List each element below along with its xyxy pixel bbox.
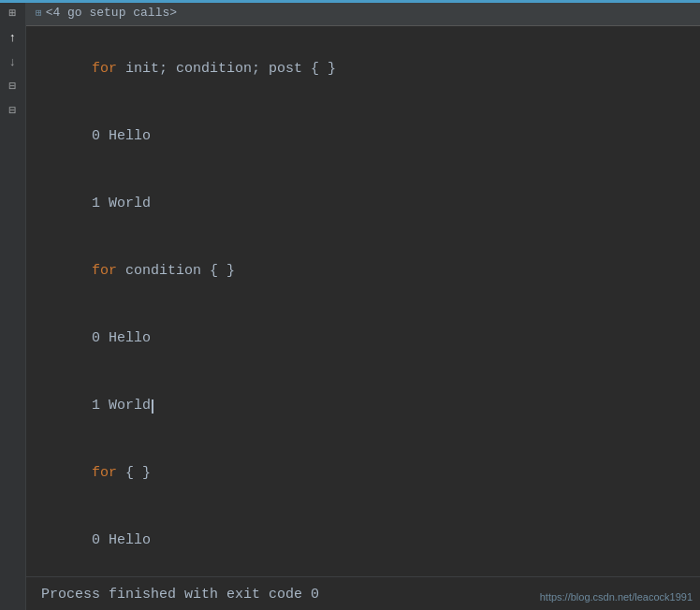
keyword-2: for [92,263,117,279]
sidebar-icon-1[interactable]: ⊞ [4,4,22,22]
output-line-3: 1 World [41,170,685,238]
text-cursor [152,399,153,414]
header-title: <4 go setup calls> [46,6,177,20]
main-content: ⊞ <4 go setup calls> for init; condition… [26,0,700,610]
sidebar: ⊞ ↑ ↓ ⊟ ⊟ [0,0,26,610]
sidebar-icon-4[interactable]: ⊟ [4,77,22,95]
footer-text: Process finished with exit code 0 [41,587,319,603]
sidebar-icon-5[interactable]: ⊟ [4,101,22,120]
output-line-6: 1 World [41,372,685,440]
output-line-5: 0 Hello [41,305,685,372]
header-bar: ⊞ <4 go setup calls> [26,0,700,26]
expand-icon: ⊞ [36,7,42,19]
output-line-1: for init; condition; post { } [41,36,685,103]
output-line-8: 0 Hello [41,507,685,574]
sidebar-icon-2[interactable]: ↑ [4,28,22,47]
watermark: https://blog.csdn.net/leacock1991 [540,591,693,603]
keyword-3: for [92,465,117,481]
output-line-7: for { } [41,440,685,507]
keyword-1: for [92,61,117,77]
output-line-4: for condition { } [41,238,685,305]
output-line-2: 0 Hello [41,103,685,170]
output-area[interactable]: for init; condition; post { } 0 Hello 1 … [26,26,700,576]
sidebar-icon-3[interactable]: ↓ [4,52,22,71]
